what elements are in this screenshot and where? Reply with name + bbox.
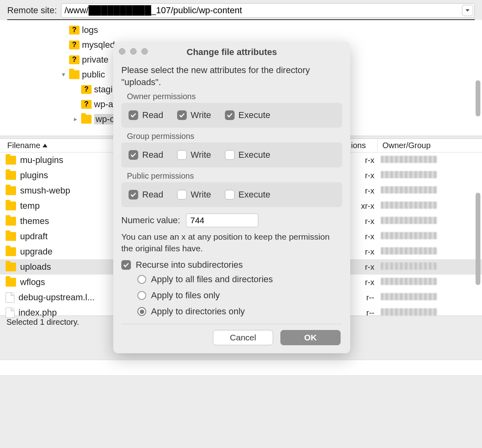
ok-button[interactable]: OK: [280, 330, 341, 345]
unknown-folder-icon: ?: [69, 26, 80, 35]
folder-icon: [6, 202, 16, 210]
dialog-titlebar[interactable]: Change file attributes: [113, 42, 350, 63]
file-perm: r-x: [349, 232, 378, 241]
recurse-radio-2[interactable]: Apply to directories only: [137, 306, 342, 317]
dialog-button-row: Cancel OK: [121, 330, 342, 347]
cancel-button[interactable]: Cancel: [213, 330, 273, 345]
column-filename-label: Filename: [7, 141, 40, 150]
owner-read-checkbox-row: Read: [129, 110, 163, 120]
public-permissions-label: Public permissions: [127, 171, 342, 181]
group-execute-checkbox[interactable]: [225, 150, 235, 160]
file-name: wflogs: [20, 277, 45, 287]
file-name: upgrade: [20, 246, 53, 257]
owner-permissions-group: ReadWriteExecute: [121, 103, 342, 128]
file-owner: [378, 292, 482, 303]
group-write-label: Write: [191, 150, 211, 160]
tree-item-label: wp-c: [94, 114, 116, 124]
recurse-radio-0[interactable]: Apply to all files and directories: [137, 274, 342, 285]
owner-write-checkbox[interactable]: [177, 110, 187, 120]
file-perm: xr-x: [349, 202, 378, 211]
group-read-checkbox-row: Read: [129, 150, 163, 160]
numeric-value-input[interactable]: [186, 214, 258, 227]
file-perm: r-x: [349, 263, 378, 272]
file-name: updraft: [20, 231, 48, 242]
redacted-text: [381, 232, 437, 239]
redacted-text: [381, 247, 437, 255]
file-perm: r-x: [349, 156, 378, 165]
file-owner: [378, 307, 482, 318]
remote-path-input[interactable]: [61, 3, 475, 18]
public-execute-checkbox[interactable]: [225, 190, 235, 200]
public-read-checkbox[interactable]: [129, 190, 138, 200]
remote-path-dropdown-button[interactable]: [462, 5, 473, 16]
file-perm: r--: [349, 308, 378, 318]
unknown-folder-icon: ?: [81, 100, 92, 109]
close-icon[interactable]: [119, 48, 125, 55]
folder-icon: [6, 171, 16, 180]
redacted-text: [381, 156, 437, 163]
public-read-checkbox-row: Read: [129, 189, 163, 200]
owner-permissions-label: Owner permissions: [127, 92, 342, 101]
zoom-icon[interactable]: [141, 48, 148, 55]
folder-icon: [6, 278, 16, 287]
sort-ascending-icon: [43, 144, 47, 147]
window-controls: [119, 48, 148, 55]
group-write-checkbox-row: Write: [177, 150, 211, 160]
radio-label: Apply to directories only: [151, 306, 245, 317]
radio-icon[interactable]: [137, 291, 146, 300]
radio-label: Apply to files only: [151, 290, 220, 301]
group-write-checkbox[interactable]: [177, 150, 187, 160]
public-execute-label: Execute: [239, 189, 271, 200]
file-owner: [378, 185, 482, 196]
column-owner-group[interactable]: Owner/Group: [378, 139, 482, 152]
folder-icon: [6, 247, 16, 256]
change-attributes-dialog: Change file attributes Please select the…: [113, 42, 350, 353]
redacted-text: [381, 308, 437, 316]
expander-icon[interactable]: ▾: [60, 71, 67, 78]
redacted-text: [381, 171, 437, 178]
owner-execute-checkbox[interactable]: [225, 110, 235, 120]
expander-icon[interactable]: ▸: [72, 115, 79, 123]
tree-item-label: private: [82, 55, 108, 65]
file-owner: [378, 246, 482, 257]
recurse-checkbox[interactable]: [121, 260, 131, 270]
file-name: themes: [20, 216, 49, 226]
file-perm: r-x: [349, 217, 378, 226]
public-write-checkbox-row: Write: [177, 189, 211, 200]
public-read-label: Read: [142, 189, 163, 200]
file-name: uploads: [20, 262, 51, 272]
minimize-icon[interactable]: [130, 48, 137, 55]
list-scrollbar-thumb[interactable]: [476, 193, 480, 285]
radio-icon[interactable]: [137, 307, 146, 316]
owner-execute-checkbox-row: Execute: [225, 110, 271, 120]
folder-icon: [6, 263, 16, 271]
bottom-pane: [0, 360, 482, 376]
owner-read-checkbox[interactable]: [129, 110, 138, 120]
chevron-down-icon: [466, 9, 470, 12]
file-name: mu-plugins: [20, 155, 63, 165]
file-owner: [378, 277, 482, 287]
owner-write-label: Write: [191, 110, 211, 120]
file-perm: r-x: [349, 247, 378, 257]
file-owner: [378, 262, 482, 272]
remote-site-label: Remote site:: [7, 5, 57, 16]
file-owner: [378, 231, 482, 242]
recurse-checkbox-row: Recurse into subdirectories: [121, 260, 342, 270]
radio-label: Apply to all files and directories: [151, 274, 273, 285]
group-execute-label: Execute: [239, 150, 271, 160]
dialog-body: Please select the new attributes for the…: [113, 63, 350, 353]
public-write-checkbox[interactable]: [177, 190, 187, 200]
numeric-value-hint: You can use an x at any position to keep…: [121, 231, 342, 254]
remote-path-field[interactable]: [61, 3, 475, 18]
group-permissions-label: Group permissions: [127, 132, 342, 141]
column-permissions[interactable]: ions: [349, 139, 378, 152]
tree-item-logs[interactable]: ?logs: [0, 22, 482, 37]
file-name: debug-upstream.l...: [18, 292, 95, 303]
remote-row: Remote site:: [0, 0, 482, 19]
group-read-checkbox[interactable]: [129, 150, 138, 160]
tree-scrollbar-thumb[interactable]: [476, 80, 480, 116]
file-owner: [378, 201, 482, 211]
owner-write-checkbox-row: Write: [177, 110, 211, 120]
recurse-radio-1[interactable]: Apply to files only: [137, 290, 342, 301]
radio-icon[interactable]: [137, 275, 146, 284]
